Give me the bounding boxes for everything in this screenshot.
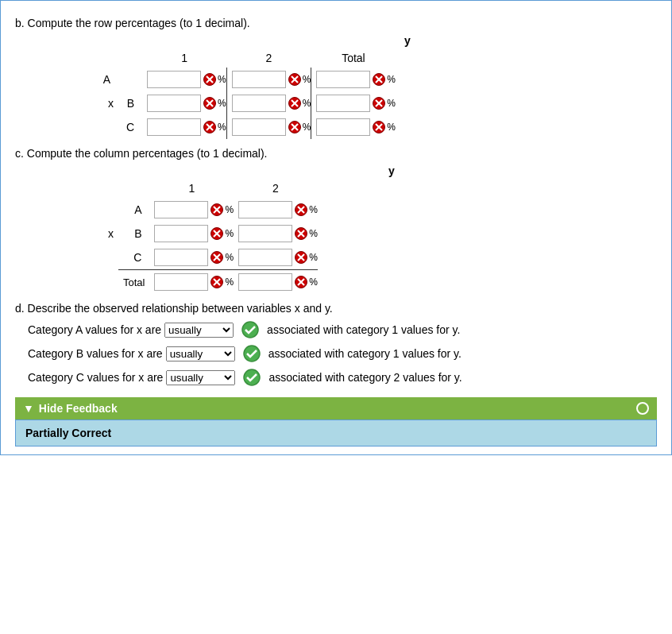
col-total-col2-input-group: % — [238, 273, 318, 291]
table-row: C % — [95, 115, 396, 139]
assoc-a-checkmark-icon — [241, 321, 259, 338]
row-c-col1-input-group: % — [147, 118, 226, 136]
col-a-col1-input[interactable] — [154, 201, 208, 218]
col-x-label: x — [95, 222, 118, 245]
row-b-total-pct: % — [387, 98, 396, 109]
col-header-col2: 2 — [234, 179, 318, 198]
row-c-total-pct: % — [387, 122, 396, 133]
row-a-total-pct: % — [387, 74, 396, 85]
row-b-col2-input[interactable] — [232, 95, 286, 112]
col-total-col2-input[interactable] — [238, 273, 292, 291]
row-b-col1-pct: % — [218, 98, 226, 109]
row-c-col1-input[interactable] — [147, 118, 201, 136]
association-row-c: Category C values for x are usually some… — [28, 369, 657, 386]
section-b-label: b. Compute the row percentages (to 1 dec… — [15, 17, 657, 29]
assoc-a-suffix: associated with category 1 values for y. — [267, 323, 460, 336]
x-label: x — [95, 91, 118, 115]
row-c-label — [95, 115, 118, 139]
col-a-col2-error-icon — [294, 203, 308, 217]
col-a-col2-pct: % — [309, 204, 318, 215]
partial-correct-box: Partially Correct — [15, 419, 657, 447]
col-c-col2-error-icon — [294, 250, 308, 265]
assoc-a-dropdown[interactable]: usually sometimes rarely never — [164, 323, 234, 338]
assoc-b-checkmark-icon — [243, 345, 261, 362]
feedback-circle-icon — [636, 402, 649, 415]
table-row: C % — [95, 245, 318, 270]
row-a-col2-input[interactable] — [232, 71, 286, 88]
row-percentages-table: 1 2 Total A % — [95, 48, 396, 139]
col-a-col2-input-group: % — [238, 201, 318, 218]
row-b-label: B — [118, 91, 142, 115]
row-c-x-label: C — [118, 115, 142, 139]
row-c-total-input[interactable] — [316, 118, 370, 136]
col-total-col1-pct: % — [225, 276, 234, 288]
col-total-col1-input[interactable] — [154, 273, 208, 291]
row-c-col2-input-group: % — [232, 118, 311, 136]
table-row: A % — [95, 198, 318, 222]
section-c-label: c. Compute the column percentages (to 1 … — [15, 147, 657, 160]
row-b-col1-input[interactable] — [147, 95, 201, 112]
row-table-y-label: y — [158, 34, 657, 47]
col-b-label: B — [118, 222, 149, 245]
row-b-col1-error-icon — [203, 96, 217, 110]
col-c-col2-input[interactable] — [238, 249, 292, 266]
row-a-col2-input-group: % — [232, 71, 311, 88]
col-b-col1-pct: % — [225, 228, 234, 239]
row-header-col1: 1 — [142, 48, 226, 68]
row-a-label: A — [95, 68, 118, 91]
row-header-total: Total — [311, 48, 396, 68]
assoc-a-prefix: Category A values for x are — [28, 323, 161, 336]
row-a-col1-error-icon — [203, 72, 217, 87]
row-b-col2-input-group: % — [232, 95, 311, 112]
row-b-col1-input-group: % — [147, 95, 226, 112]
row-b-total-input-group: % — [316, 95, 396, 112]
hide-feedback-bar[interactable]: ▼ Hide Feedback — [15, 397, 657, 419]
col-c-col1-input[interactable] — [154, 249, 208, 266]
col-header-col1: 1 — [149, 179, 234, 198]
col-a-col1-error-icon — [210, 203, 224, 217]
row-a-col2-pct: % — [303, 74, 311, 85]
col-total-col2-error-icon — [294, 275, 308, 289]
row-b-col2-error-icon — [288, 96, 302, 110]
assoc-c-checkmark-icon — [243, 369, 261, 386]
col-total-col2-pct: % — [309, 276, 318, 288]
row-c-total-error-icon — [372, 120, 386, 134]
table-row: x B % — [95, 222, 318, 245]
col-b-col2-error-icon — [294, 226, 308, 241]
row-a-total-input[interactable] — [316, 71, 370, 88]
row-c-col2-pct: % — [303, 122, 311, 133]
row-a-col1-input-group: % — [147, 71, 226, 88]
assoc-c-prefix: Category C values for x are — [28, 371, 163, 384]
row-b-col2-pct: % — [303, 98, 311, 109]
table-row: Total % — [95, 270, 318, 295]
row-b-total-input[interactable] — [316, 95, 370, 112]
row-a-col1-input[interactable] — [147, 71, 201, 88]
svg-point-51 — [242, 322, 258, 338]
assoc-b-dropdown[interactable]: usually sometimes rarely never — [166, 346, 235, 361]
col-c-col2-input-group: % — [238, 249, 318, 266]
feedback-bar-label: Hide Feedback — [39, 402, 118, 415]
col-b-col1-input[interactable] — [154, 225, 208, 242]
association-row-a: Category A values for x are usually some… — [28, 321, 657, 338]
col-a-col1-input-group: % — [154, 201, 234, 218]
row-c-col1-pct: % — [218, 122, 226, 133]
col-b-col2-input[interactable] — [238, 225, 292, 242]
svg-point-53 — [244, 369, 260, 385]
row-a-col1-pct: % — [218, 74, 226, 85]
section-d-label: d. Describe the observed relationship be… — [15, 302, 657, 315]
col-c-col1-error-icon — [210, 250, 224, 265]
row-c-col2-input[interactable] — [232, 118, 286, 136]
table-row: A % — [95, 68, 396, 91]
row-a-total-input-group: % — [316, 71, 396, 88]
association-row-b: Category B values for x are usually some… — [28, 345, 657, 362]
col-c-label: C — [118, 245, 149, 270]
col-total-col1-input-group: % — [154, 273, 234, 291]
col-b-col1-input-group: % — [154, 225, 234, 242]
row-b-total-error-icon — [372, 96, 386, 110]
col-a-label: A — [118, 198, 149, 222]
col-a-col2-input[interactable] — [238, 201, 292, 218]
assoc-c-dropdown[interactable]: usually sometimes rarely never — [166, 370, 235, 385]
col-b-col2-input-group: % — [238, 225, 318, 242]
row-a-total-error-icon — [372, 72, 386, 87]
assoc-c-suffix: associated with category 2 values for y. — [268, 371, 462, 384]
